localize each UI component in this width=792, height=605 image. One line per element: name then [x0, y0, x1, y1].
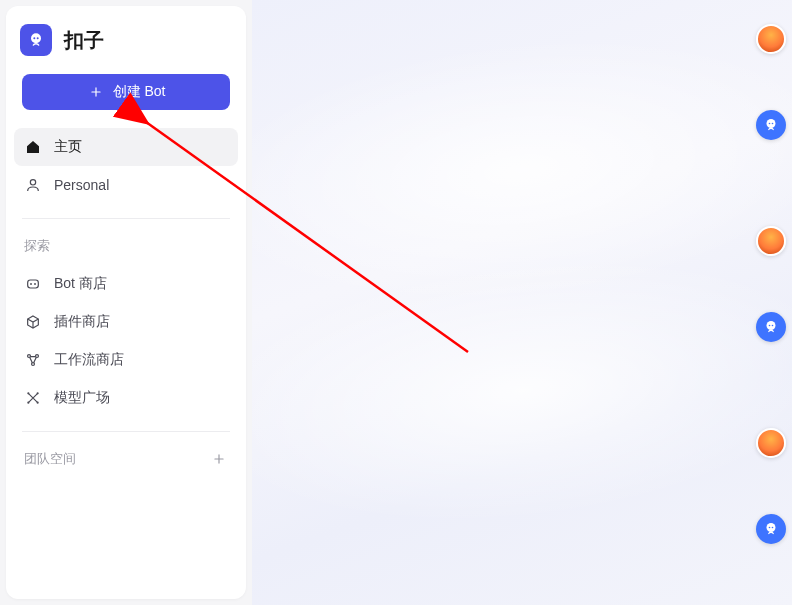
svg-point-20 [767, 523, 776, 532]
brand-logo-icon [20, 24, 52, 56]
svg-point-9 [32, 363, 35, 366]
svg-point-14 [767, 119, 776, 128]
svg-point-18 [769, 325, 771, 327]
nav-item-label: 工作流商店 [54, 351, 124, 369]
svg-point-2 [37, 37, 39, 39]
nav-item-label: Personal [54, 177, 109, 193]
workflow-store-icon [24, 351, 42, 369]
plugin-store-icon [24, 313, 42, 331]
svg-rect-4 [28, 280, 39, 288]
nav-explore: Bot 商店 插件商店 工作流商店 模型广场 [14, 265, 238, 417]
divider [22, 218, 230, 219]
brand-name: 扣子 [64, 27, 104, 54]
nav-item-model-plaza[interactable]: 模型广场 [14, 379, 238, 417]
dock-avatar-bot[interactable] [756, 514, 786, 544]
svg-point-8 [36, 355, 39, 358]
dock-avatar-balloon[interactable] [756, 226, 786, 256]
svg-point-12 [27, 402, 29, 404]
main-canvas [252, 0, 792, 605]
svg-point-0 [31, 33, 41, 43]
dock-avatar-bot[interactable] [756, 312, 786, 342]
svg-point-1 [33, 37, 35, 39]
explore-section-title: 探索 [14, 233, 238, 265]
nav-item-label: Bot 商店 [54, 275, 107, 293]
create-bot-label: 创建 Bot [113, 83, 166, 101]
svg-point-21 [769, 527, 771, 529]
add-team-space-button[interactable] [210, 450, 228, 468]
nav-item-workflow-store[interactable]: 工作流商店 [14, 341, 238, 379]
brand: 扣子 [14, 18, 238, 74]
svg-point-13 [37, 402, 39, 404]
nav-item-personal[interactable]: Personal [14, 166, 238, 204]
dock-avatar-balloon[interactable] [756, 428, 786, 458]
svg-point-15 [769, 123, 771, 125]
bot-store-icon [24, 275, 42, 293]
divider [22, 431, 230, 432]
team-space-label: 团队空间 [24, 450, 76, 468]
sidebar: 扣子 创建 Bot 主页 Personal 探索 [6, 6, 246, 599]
model-plaza-icon [24, 389, 42, 407]
plus-icon [87, 83, 105, 101]
dock-avatar-balloon[interactable] [756, 24, 786, 54]
svg-point-19 [772, 325, 774, 327]
svg-point-22 [772, 527, 774, 529]
team-space-row: 团队空间 [14, 446, 238, 472]
svg-point-17 [767, 321, 776, 330]
right-dock [756, 24, 786, 544]
nav-item-label: 插件商店 [54, 313, 110, 331]
nav-primary: 主页 Personal [14, 128, 238, 204]
nav-item-label: 主页 [54, 138, 82, 156]
user-icon [24, 176, 42, 194]
nav-item-plugin-store[interactable]: 插件商店 [14, 303, 238, 341]
nav-item-home[interactable]: 主页 [14, 128, 238, 166]
svg-point-10 [27, 392, 29, 394]
create-bot-button[interactable]: 创建 Bot [22, 74, 230, 110]
home-icon [24, 138, 42, 156]
dock-avatar-bot[interactable] [756, 110, 786, 140]
svg-point-11 [37, 392, 39, 394]
nav-item-label: 模型广场 [54, 389, 110, 407]
svg-point-6 [34, 283, 36, 285]
nav-item-bot-store[interactable]: Bot 商店 [14, 265, 238, 303]
svg-point-7 [28, 355, 31, 358]
svg-point-3 [30, 180, 35, 185]
svg-point-16 [772, 123, 774, 125]
svg-point-5 [30, 283, 32, 285]
